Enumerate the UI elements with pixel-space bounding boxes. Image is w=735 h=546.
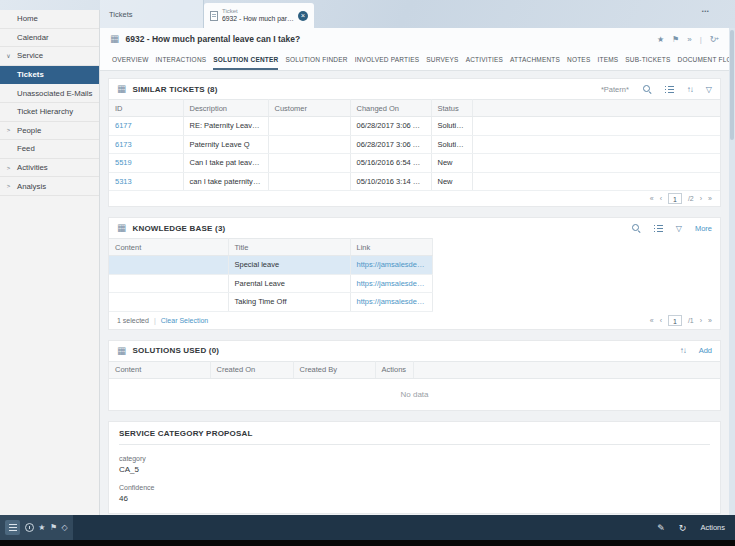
ticket-id-link[interactable]: 5519 <box>109 154 183 173</box>
clear-selection-link[interactable]: Clear Selection <box>161 317 208 324</box>
flag-icon[interactable]: ⚑ <box>50 524 57 532</box>
details-menu-icon[interactable] <box>5 520 20 535</box>
page-current[interactable]: 1 <box>668 193 682 204</box>
favorite-star-icon[interactable]: ★ <box>38 524 45 532</box>
close-icon[interactable]: × <box>298 11 308 21</box>
service-category-proposal-card: SERVICE CATEGORY PROPOSAL category CA_5 … <box>108 421 721 514</box>
tab-notes[interactable]: NOTES <box>567 50 590 70</box>
actions-button[interactable]: Actions <box>700 523 725 532</box>
kb-row-selected[interactable]: Special leave https://jamsalesdemo8.sapj… <box>109 256 432 275</box>
filter-icon[interactable]: ▽ <box>706 85 712 94</box>
sidebar-item-ticket-hierarchy[interactable]: Ticket Hierarchy <box>0 103 99 122</box>
kb-row[interactable]: Parental Leave https://jamsalesdemo8.sap… <box>109 274 432 293</box>
overflow-menu-icon[interactable]: ... <box>701 4 709 14</box>
tab-attachments[interactable]: ATTACHMENTS <box>510 50 560 70</box>
more-button[interactable]: More <box>695 224 712 233</box>
table-header-row: ID Description Customer Changed On Statu… <box>109 100 720 117</box>
object-header: ▦ 6932 - How much parental leave can I t… <box>100 28 729 50</box>
page-total: /2 <box>688 195 694 202</box>
menu-glyph <box>9 524 17 531</box>
shell-tab-label: Tickets <box>109 10 132 19</box>
table-row[interactable]: 6177 RE: Paternity Leave Q 06/28/2017 3:… <box>109 117 720 136</box>
page-next-icon[interactable]: › <box>700 195 702 202</box>
table-row[interactable]: 6173 Paternity Leave Q 06/28/2017 3:06 A… <box>109 135 720 154</box>
kb-row[interactable]: Taking Time Off https://jamsalesdemo8.sa… <box>109 293 432 312</box>
cell-customer <box>268 154 350 173</box>
table-row[interactable]: 5519 Can I take pat leave off? 05/16/201… <box>109 154 720 173</box>
add-button[interactable]: Add <box>699 346 712 355</box>
tab-surveys[interactable]: SURVEYS <box>426 50 458 70</box>
page-last-icon[interactable]: » <box>708 195 712 202</box>
sidebar-item-service[interactable]: ∨ Service <box>0 47 99 66</box>
sidebar-item-label: Tickets <box>17 70 44 79</box>
tab-interactions[interactable]: INTERACTIONS <box>156 50 207 70</box>
chevron-down-icon: ∨ <box>0 52 17 59</box>
page-prev-icon[interactable]: ‹ <box>660 195 662 202</box>
page-current[interactable]: 1 <box>668 315 682 326</box>
col-changed-on[interactable]: Changed On <box>350 100 431 117</box>
col-title[interactable]: Title <box>228 239 350 256</box>
ticket-id-link[interactable]: 5313 <box>109 172 183 191</box>
edit-pencil-icon[interactable]: ✎ <box>657 523 665 533</box>
personalize-icon[interactable] <box>654 224 663 232</box>
filter-icon[interactable]: ▽ <box>676 224 682 233</box>
tab-involved-parties[interactable]: INVOLVED PARTIES <box>355 50 420 70</box>
personalize-icon[interactable] <box>665 85 674 93</box>
flag-icon[interactable]: ⚑ <box>672 35 679 44</box>
tab-solution-finder[interactable]: SOLUTION FINDER <box>285 50 347 70</box>
shell-tab-tickets[interactable]: Tickets <box>100 0 204 28</box>
search-term-text: *Patern* <box>601 85 629 94</box>
page-first-icon[interactable]: « <box>650 317 654 324</box>
table-row[interactable]: 5313 can I take paternity leave? 05/10/2… <box>109 172 720 191</box>
recent-history-icon[interactable] <box>25 523 34 532</box>
page-last-icon[interactable]: » <box>708 317 712 324</box>
page-next-icon[interactable]: › <box>700 317 702 324</box>
col-actions[interactable]: Actions <box>375 361 413 378</box>
tab-items[interactable]: ITEMS <box>597 50 618 70</box>
tab-sub-tickets[interactable]: SUB-TICKETS <box>625 50 670 70</box>
col-content[interactable]: Content <box>109 239 228 256</box>
tab-overview[interactable]: OVERVIEW <box>112 50 149 70</box>
col-description[interactable]: Description <box>183 100 268 117</box>
refresh-icon[interactable]: ↻ <box>679 523 687 533</box>
kb-link[interactable]: https://jamsalesdemo8.sapja... <box>350 256 432 275</box>
shell-tab-ticket-6932[interactable]: Ticket 6932 - How much parenta... × <box>204 3 314 28</box>
page-prev-icon[interactable]: ‹ <box>660 317 662 324</box>
field-value-confidence: 46 <box>119 494 710 503</box>
col-status[interactable]: Status <box>431 100 472 117</box>
tag-icon[interactable]: ◇ <box>62 524 68 532</box>
ticket-id-link[interactable]: 6173 <box>109 135 183 154</box>
sidebar-item-calendar[interactable]: Calendar <box>0 29 99 48</box>
col-content[interactable]: Content <box>109 361 210 378</box>
refresh-plus-icon[interactable]: ↻+ <box>710 35 719 44</box>
col-customer[interactable]: Customer <box>268 100 350 117</box>
col-created-by[interactable]: Created By <box>293 361 375 378</box>
scrollbar-thumb[interactable] <box>730 30 734 140</box>
sidebar-item-home[interactable]: Home <box>0 10 99 29</box>
tab-document-flow[interactable]: DOCUMENT FLOW <box>678 50 735 70</box>
follow-icon[interactable]: » <box>687 35 691 44</box>
ticket-id-link[interactable]: 6177 <box>109 117 183 136</box>
solutions-used-header: ▦ SOLUTIONS USED (0) ↑↓ Add <box>109 341 720 361</box>
sidebar-item-analysis[interactable]: > Analysis <box>0 177 99 196</box>
sidebar-item-people[interactable]: > People <box>0 122 99 141</box>
favorite-star-icon[interactable]: ★ <box>657 35 664 44</box>
col-link[interactable]: Link <box>350 239 432 256</box>
tab-activities[interactable]: ACTIVITIES <box>466 50 503 70</box>
kb-link[interactable]: https://jamsalesdemo8.sapja... <box>350 293 432 312</box>
search-icon[interactable] <box>631 223 641 233</box>
tab-solution-center[interactable]: SOLUTION CENTER <box>213 50 278 70</box>
page-first-icon[interactable]: « <box>650 195 654 202</box>
sidebar-item-tickets[interactable]: Tickets <box>0 66 99 85</box>
sidebar-item-unassociated-emails[interactable]: Unassociated E-Mails <box>0 84 99 103</box>
cell-customer <box>268 172 350 191</box>
sort-icon[interactable]: ↑↓ <box>687 85 693 94</box>
kb-link[interactable]: https://jamsalesdemo8.sapja... <box>350 274 432 293</box>
col-id[interactable]: ID <box>109 100 183 117</box>
sidebar-item-activities[interactable]: > Activities <box>0 159 99 178</box>
sidebar-item-feed[interactable]: Feed <box>0 140 99 159</box>
scrollbar[interactable] <box>729 28 735 515</box>
search-icon[interactable] <box>642 84 652 94</box>
sort-icon[interactable]: ↑↓ <box>680 346 686 355</box>
col-created-on[interactable]: Created On <box>210 361 293 378</box>
